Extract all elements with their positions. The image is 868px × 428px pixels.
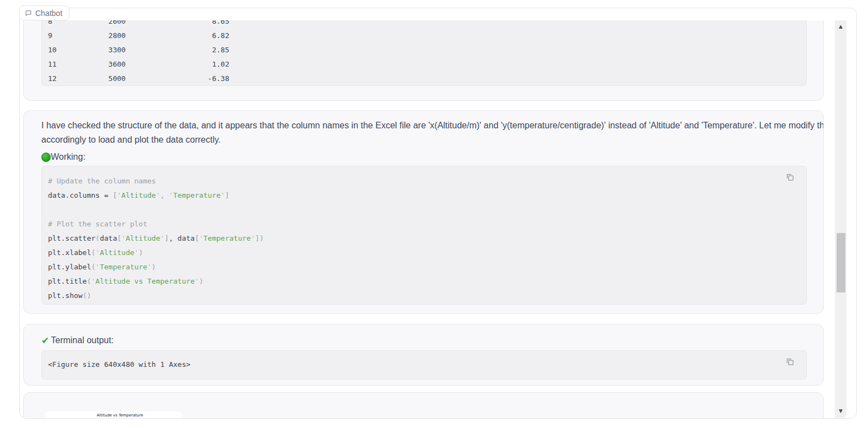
copy-output-button[interactable]	[785, 357, 794, 366]
python-code-block: # Update the column namesdata.columns = …	[41, 166, 807, 305]
scroll-down-arrow[interactable]: ▼	[835, 405, 846, 417]
chatbot-label: Chatbot	[35, 9, 62, 18]
scrollbar-thumb[interactable]	[837, 233, 845, 292]
python-code: # Update the column namesdata.columns = …	[48, 174, 806, 303]
figure-title: Altitude vs Temperature	[59, 413, 181, 418]
checkmark-icon: ✔	[41, 336, 49, 345]
message-bubble-analysis: I have checked the structure of the data…	[23, 110, 824, 314]
analysis-text-line: accordingly to load and plot the data co…	[41, 133, 807, 147]
analysis-text-line: I have checked the structure of the data…	[41, 118, 807, 133]
figure-thumbnail[interactable]: Altitude vs Temperature	[45, 411, 181, 418]
message-bubble-terminal: ✔ Terminal output: <Figure size 640x480 …	[23, 324, 824, 386]
dataframe-rows: 8 2600 8.659 2800 6.8210 3300 2.8511 360…	[48, 20, 806, 86]
chatbot-app: Chatbot 8 2600 8.659 2800 6.8210 3300 2.…	[0, 0, 868, 428]
working-status-row: Working:	[41, 150, 807, 164]
chat-bubble-icon	[25, 9, 32, 17]
working-label: Working:	[51, 152, 85, 162]
chatbot-label-tab: Chatbot	[19, 6, 69, 20]
copy-code-button[interactable]	[785, 173, 794, 182]
terminal-output-label: Terminal output:	[51, 335, 114, 345]
green-circle-icon	[41, 153, 51, 162]
terminal-output-text: <Figure size 640x480 with 1 Axes>	[48, 357, 806, 372]
chat-scroll-area[interactable]: 8 2600 8.659 2800 6.8210 3300 2.8511 360…	[20, 20, 834, 418]
terminal-status-row: ✔ Terminal output:	[41, 333, 807, 348]
terminal-output-block: <Figure size 640x480 with 1 Axes>	[41, 350, 807, 380]
scrollbar-track[interactable]: ▲ ▼	[835, 20, 846, 418]
message-bubble-table: 8 2600 8.659 2800 6.8210 3300 2.8511 360…	[23, 20, 824, 101]
scroll-up-arrow[interactable]: ▲	[835, 20, 846, 32]
message-bubble-figure: Altitude vs Temperature	[23, 392, 824, 418]
dataframe-output-block: 8 2600 8.659 2800 6.8210 3300 2.8511 360…	[41, 20, 807, 86]
